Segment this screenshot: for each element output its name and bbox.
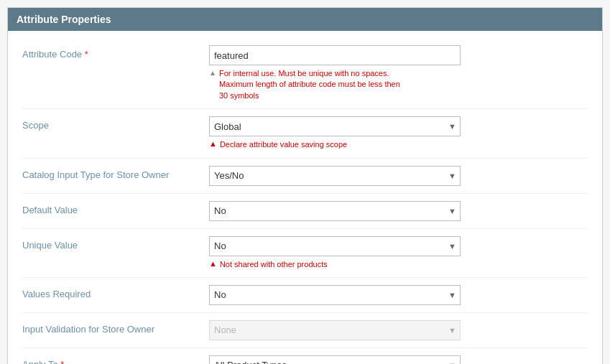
values-required-row: Values Required No Yes ▼ bbox=[22, 278, 588, 313]
input-validation-select-wrapper: None ▼ bbox=[209, 320, 461, 340]
values-required-select-wrapper: No Yes ▼ bbox=[209, 285, 461, 305]
values-required-label: Values Required bbox=[22, 285, 209, 299]
default-value-label: Default Value bbox=[22, 201, 209, 215]
unique-value-field: No Yes ▼ ▲ Not shared with other product… bbox=[209, 236, 588, 270]
catalog-input-type-row: Catalog Input Type for Store Owner Yes/N… bbox=[22, 159, 588, 194]
hint-triangle: ▲ bbox=[209, 69, 216, 77]
attribute-code-hint: ▲ For internal use. Must be unique with … bbox=[209, 68, 588, 101]
attribute-properties-panel: Attribute Properties Attribute Code * ▲ … bbox=[7, 7, 603, 364]
catalog-input-type-label: Catalog Input Type for Store Owner bbox=[22, 166, 209, 180]
default-value-row: Default Value No Yes ▼ bbox=[22, 194, 588, 229]
scope-label: Scope bbox=[22, 116, 209, 131]
attribute-code-label: Attribute Code * bbox=[22, 45, 209, 60]
values-required-field: No Yes ▼ bbox=[209, 285, 588, 305]
unique-value-row: Unique Value No Yes ▼ ▲ Not shared with … bbox=[22, 229, 588, 278]
unique-value-label: Unique Value bbox=[22, 236, 209, 251]
panel-body: Attribute Code * ▲ For internal use. Mus… bbox=[8, 31, 602, 364]
unique-value-hint-triangle: ▲ bbox=[209, 259, 217, 268]
apply-to-row: Apply To * All Product Types Selected Pr… bbox=[22, 348, 588, 364]
apply-to-field: All Product Types Selected Product Types… bbox=[209, 355, 588, 364]
input-validation-row: Input Validation for Store Owner None ▼ bbox=[22, 313, 588, 348]
unique-value-hint: ▲ Not shared with other products bbox=[209, 259, 588, 270]
unique-value-select-wrapper: No Yes ▼ bbox=[209, 236, 461, 256]
apply-to-select[interactable]: All Product Types Selected Product Types bbox=[209, 355, 461, 364]
scope-select-wrapper: Global Website Store View ▼ bbox=[209, 116, 461, 136]
catalog-input-type-field: Yes/No Text Field Text Area Date Multipl… bbox=[209, 166, 588, 186]
scope-field: Global Website Store View ▼ ▲ Declare at… bbox=[209, 116, 588, 150]
attribute-code-field: ▲ For internal use. Must be unique with … bbox=[209, 45, 588, 101]
scope-hint: ▲ Declare attribute value saving scope bbox=[209, 139, 588, 150]
scope-select[interactable]: Global Website Store View bbox=[209, 116, 461, 136]
input-validation-field: None ▼ bbox=[209, 320, 588, 340]
unique-value-select[interactable]: No Yes bbox=[209, 236, 461, 256]
attribute-code-input[interactable] bbox=[209, 45, 461, 65]
input-validation-select[interactable]: None bbox=[209, 320, 461, 340]
scope-hint-triangle: ▲ bbox=[209, 139, 217, 148]
default-value-select[interactable]: No Yes bbox=[209, 201, 461, 221]
input-validation-label: Input Validation for Store Owner bbox=[22, 320, 209, 335]
panel-title: Attribute Properties bbox=[8, 8, 602, 31]
default-value-select-wrapper: No Yes ▼ bbox=[209, 201, 461, 221]
apply-to-label: Apply To * bbox=[22, 355, 209, 364]
catalog-input-type-select[interactable]: Yes/No Text Field Text Area Date Multipl… bbox=[209, 166, 461, 186]
values-required-select[interactable]: No Yes bbox=[209, 285, 461, 305]
attribute-code-row: Attribute Code * ▲ For internal use. Mus… bbox=[22, 38, 588, 109]
catalog-input-type-select-wrapper: Yes/No Text Field Text Area Date Multipl… bbox=[209, 166, 461, 186]
scope-row: Scope Global Website Store View ▼ ▲ Decl… bbox=[22, 109, 588, 158]
apply-to-select-wrapper: All Product Types Selected Product Types… bbox=[209, 355, 461, 364]
default-value-field: No Yes ▼ bbox=[209, 201, 588, 221]
panel-title-text: Attribute Properties bbox=[17, 14, 111, 25]
